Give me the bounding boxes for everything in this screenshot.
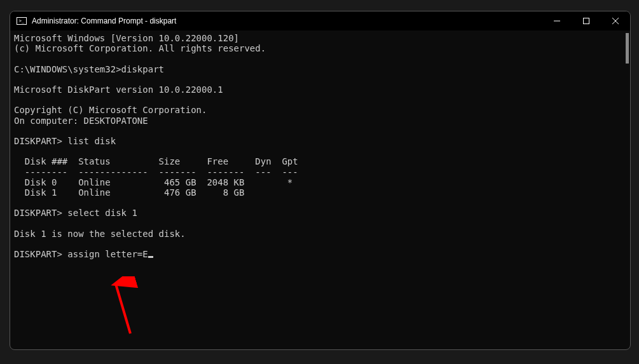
terminal-content[interactable]: Microsoft Windows [Version 10.0.22000.12… <box>10 30 630 349</box>
minimize-icon <box>554 18 560 24</box>
terminal-line <box>14 126 626 136</box>
svg-rect-1 <box>584 18 589 24</box>
terminal-line: DISKPART> select disk 1 <box>14 208 626 218</box>
terminal-line: DISKPART> assign letter=E <box>14 249 626 259</box>
terminal-line: Microsoft Windows [Version 10.0.22000.12… <box>14 33 626 43</box>
terminal-line: DISKPART> list disk <box>14 136 626 146</box>
terminal-line <box>14 95 626 105</box>
terminal-line <box>14 53 626 64</box>
terminal-line <box>14 74 626 84</box>
maximize-icon <box>583 18 589 24</box>
terminal-line <box>14 198 626 208</box>
titlebar[interactable]: Administrator: Command Prompt - diskpart <box>10 11 630 30</box>
command-prompt-window: Administrator: Command Prompt - diskpart… <box>10 11 631 350</box>
terminal-line <box>14 219 626 229</box>
terminal-line: Disk 1 is now the selected disk. <box>14 229 626 239</box>
terminal-line: C:\WINDOWS\system32>diskpart <box>14 64 626 74</box>
terminal-line: (c) Microsoft Corporation. All rights re… <box>14 43 626 53</box>
close-button[interactable] <box>601 11 630 30</box>
terminal-line: Microsoft DiskPart version 10.0.22000.1 <box>14 84 626 95</box>
close-icon <box>612 18 619 24</box>
titlebar-left: Administrator: Command Prompt - diskpart <box>17 17 176 25</box>
terminal-line: Copyright (C) Microsoft Corporation. <box>14 105 626 115</box>
minimize-button[interactable] <box>542 11 572 30</box>
terminal-line: -------- ------------- ------- ------- -… <box>14 167 626 177</box>
terminal-line: Disk ### Status Size Free Dyn Gpt <box>14 156 626 166</box>
scrollbar-thumb[interactable] <box>626 33 629 64</box>
terminal-line: On computer: DESKTOPATONE <box>14 116 626 126</box>
terminal-line <box>14 239 626 249</box>
window-title: Administrator: Command Prompt - diskpart <box>32 17 176 25</box>
window-controls <box>542 11 630 30</box>
terminal-line: Disk 1 Online 476 GB 8 GB <box>14 187 626 198</box>
terminal-line <box>14 146 626 156</box>
maximize-button[interactable] <box>572 11 601 30</box>
terminal-body[interactable]: Microsoft Windows [Version 10.0.22000.12… <box>10 30 630 349</box>
text-cursor <box>148 256 153 258</box>
cmd-icon <box>17 17 27 25</box>
terminal-line: Disk 0 Online 465 GB 2048 KB * <box>14 177 626 187</box>
